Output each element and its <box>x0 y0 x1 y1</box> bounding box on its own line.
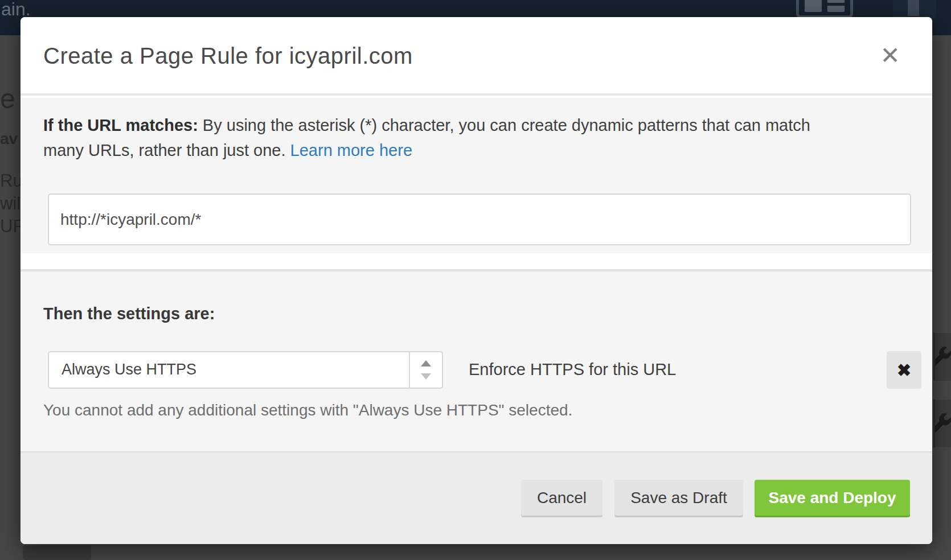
background-text-fragment: will <box>0 193 21 214</box>
wrench-icon <box>933 400 951 447</box>
background-text-fragment: UR <box>0 216 21 237</box>
profile-panel-icon <box>893 0 936 19</box>
create-page-rule-modal: Create a Page Rule for icyapril.com ✕ If… <box>21 17 932 544</box>
remove-x-icon: ✖ <box>897 361 911 380</box>
background-text-fragment: Ru <box>0 171 21 191</box>
modal-header: Create a Page Rule for icyapril.com ✕ <box>21 17 932 96</box>
modal-footer: Cancel Save as Draft Save and Deploy <box>21 451 932 544</box>
settings-section: Then the settings are: Always Use HTTPS … <box>21 271 932 451</box>
settings-heading: Then the settings are: <box>43 304 215 323</box>
setting-select[interactable]: Always Use HTTPS <box>48 351 443 389</box>
learn-more-link[interactable]: Learn more here <box>290 141 412 159</box>
save-and-deploy-button[interactable]: Save and Deploy <box>755 480 910 516</box>
settings-note: You cannot add any additional settings w… <box>43 401 572 419</box>
url-match-label: If the URL matches: <box>43 116 198 134</box>
layout-grid-icon <box>796 0 853 18</box>
wrench-icon <box>933 333 951 381</box>
remove-setting-button[interactable]: ✖ <box>887 351 921 389</box>
background-text-fragment: e <box>0 83 21 114</box>
chevron-down-icon <box>421 373 431 380</box>
save-as-draft-button[interactable]: Save as Draft <box>614 480 743 516</box>
background-text-fragment: av <box>0 130 21 148</box>
url-match-description: If the URL matches: By using the asteris… <box>43 113 841 163</box>
select-stepper[interactable] <box>409 352 442 388</box>
cancel-button[interactable]: Cancel <box>521 480 602 516</box>
close-icon[interactable]: ✕ <box>874 40 906 72</box>
setting-select-value: Always Use HTTPS <box>62 361 196 378</box>
chevron-up-icon <box>421 360 431 367</box>
modal-title: Create a Page Rule for icyapril.com <box>43 43 413 69</box>
url-match-section: If the URL matches: By using the asteris… <box>21 98 932 253</box>
background-content-fragment <box>23 545 91 560</box>
setting-description: Enforce HTTPS for this URL <box>469 360 676 379</box>
setting-row: Always Use HTTPS Enforce HTTPS for this … <box>21 351 932 389</box>
url-pattern-input[interactable] <box>48 193 911 245</box>
